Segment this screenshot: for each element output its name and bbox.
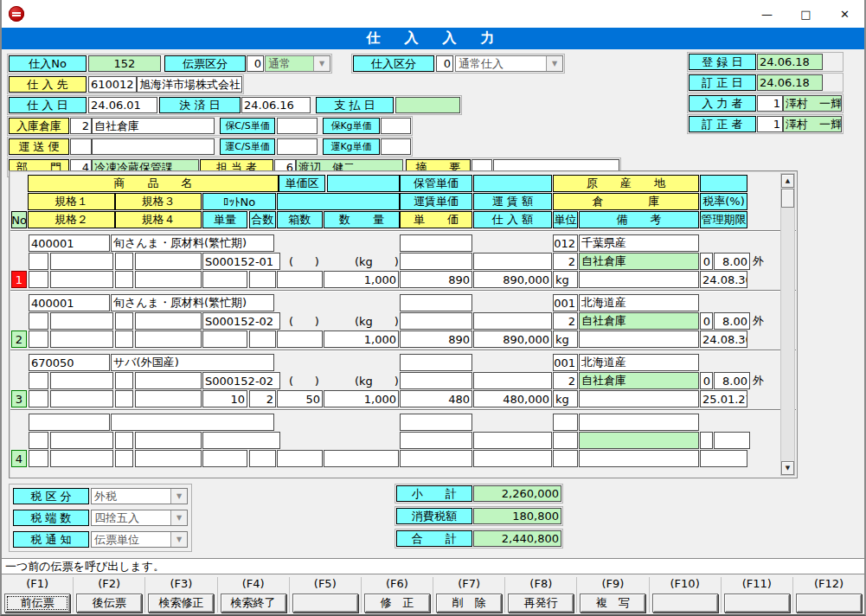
soko-code-field[interactable]: 2: [553, 253, 578, 270]
suryo-field[interactable]: 1,000: [324, 330, 399, 348]
gensanchi-name-field[interactable]: [579, 414, 699, 431]
minimize-button[interactable]: —: [747, 0, 786, 28]
unchin-gaku-field[interactable]: [473, 312, 552, 330]
item-code-field[interactable]: 400001: [29, 294, 110, 311]
tax-tsuchi-select[interactable]: 伝票単位 ▼: [91, 531, 188, 548]
kikaku4-field[interactable]: [115, 450, 133, 467]
kikaku3-field[interactable]: [115, 432, 133, 449]
soko-code-field[interactable]: 2: [553, 372, 578, 389]
kikaku2-field[interactable]: [29, 450, 48, 467]
kikaku2-name-field[interactable]: [50, 330, 113, 348]
nyuko-soko-name-field[interactable]: 自社倉庫: [92, 118, 215, 134]
f12-button[interactable]: [796, 594, 862, 613]
kikaku4-name-field[interactable]: [135, 390, 202, 407]
kanri-kigen-field[interactable]: 24.08.30: [700, 330, 747, 348]
hakosu-field[interactable]: [277, 450, 323, 467]
gensanchi-code-field[interactable]: 0001: [553, 294, 578, 311]
biko-field[interactable]: [579, 390, 699, 407]
item-code-field[interactable]: 400001: [29, 234, 110, 252]
biko-field[interactable]: [579, 271, 699, 288]
unsobin-name-field[interactable]: [92, 138, 215, 155]
gensanchi-code-field[interactable]: 0001: [553, 354, 578, 371]
item-code-field[interactable]: [29, 414, 110, 431]
tanka-field[interactable]: 890: [400, 330, 472, 348]
f2-next-slip-button[interactable]: 後伝票: [76, 594, 142, 613]
f9-copy-button[interactable]: 複 写: [580, 594, 645, 613]
unchin-gaku-field[interactable]: [473, 432, 552, 449]
kikaku2-field[interactable]: [29, 330, 48, 348]
tanryo-field[interactable]: [202, 271, 247, 288]
kikaku3-name-field[interactable]: [135, 312, 202, 330]
un-cs-tanka-field[interactable]: [277, 138, 318, 155]
unchin-tanka-field[interactable]: [400, 372, 472, 389]
tani-field[interactable]: kg: [553, 271, 578, 288]
kikaku1-field[interactable]: [29, 253, 48, 270]
shiire-kubun-select[interactable]: 通常仕入 ▼: [455, 55, 563, 72]
gensanchi-name-field[interactable]: 北海道産: [579, 354, 699, 371]
unchin-gaku-field[interactable]: [473, 372, 552, 389]
lot-no-field[interactable]: S000152-02: [202, 372, 280, 389]
zei-kubun-field[interactable]: 0: [700, 253, 713, 270]
gosu-field[interactable]: 2: [249, 390, 276, 407]
kanri-kigen-field[interactable]: 25.01.27: [700, 390, 747, 407]
chevron-down-icon[interactable]: ▼: [170, 532, 187, 547]
tanka-field[interactable]: 890: [400, 271, 472, 288]
kikaku2-name-field[interactable]: [50, 390, 113, 407]
hakosu-field[interactable]: [277, 271, 323, 288]
tani-field[interactable]: kg: [553, 390, 578, 407]
f3-search-edit-button[interactable]: 検索修正: [148, 594, 214, 613]
tanka-field[interactable]: 480: [400, 390, 472, 407]
zeiritsu-field[interactable]: [714, 432, 750, 449]
kikaku3-name-field[interactable]: [135, 372, 202, 389]
unchin-tanka-field[interactable]: [400, 253, 472, 270]
hokan-tanka-field[interactable]: [400, 234, 472, 252]
zeiritsu-field[interactable]: 8.00: [714, 253, 750, 270]
f7-delete-button[interactable]: 削 除: [436, 594, 502, 613]
ho-kg-tanka-field[interactable]: [381, 118, 411, 134]
zei-kubun-field[interactable]: 0: [700, 312, 713, 330]
kikaku1-name-field[interactable]: [50, 253, 113, 270]
kikaku2-field[interactable]: [29, 271, 48, 288]
soko-code-field[interactable]: [553, 432, 578, 449]
tani-field[interactable]: [553, 450, 578, 467]
kikaku1-name-field[interactable]: [50, 312, 113, 330]
kikaku1-field[interactable]: [29, 312, 48, 330]
f5-button[interactable]: [292, 594, 358, 613]
item-name-field[interactable]: 旬さんま・原材料(繁忙期): [111, 234, 274, 252]
gensanchi-code-field[interactable]: [553, 414, 578, 431]
scroll-up-button[interactable]: ▲: [781, 174, 794, 188]
kikaku1-name-field[interactable]: [50, 432, 113, 449]
denpyo-kubun-code-field[interactable]: 0: [247, 55, 264, 72]
lot-no-field[interactable]: S000152-01: [202, 253, 280, 270]
item-name-field[interactable]: 旬さんま・原材料(繁忙期): [111, 294, 274, 311]
hokan-tanka-field[interactable]: [400, 294, 472, 311]
maximize-button[interactable]: □: [786, 0, 825, 28]
tanryo-field[interactable]: [202, 450, 247, 467]
kikaku3-name-field[interactable]: [135, 253, 202, 270]
kanri-kigen-field[interactable]: [700, 450, 747, 467]
tax-kubun-select[interactable]: 外税 ▼: [91, 488, 188, 504]
denpyo-kubun-select[interactable]: 通常 ▼: [265, 55, 330, 72]
nyuryokusha-code-field[interactable]: 1: [757, 95, 783, 112]
zeiritsu-field[interactable]: 8.00: [714, 312, 750, 330]
teiseisha-code-field[interactable]: 1: [757, 116, 783, 132]
kikaku2-name-field[interactable]: [50, 271, 113, 288]
nyuko-soko-code-field[interactable]: 2: [70, 118, 92, 134]
tanryo-field[interactable]: [202, 330, 247, 348]
kikaku4-name-field[interactable]: [135, 330, 202, 348]
scrollbar-thumb[interactable]: [781, 189, 794, 208]
kikaku3-name-field[interactable]: [135, 432, 202, 449]
f11-button[interactable]: [724, 594, 790, 613]
kikaku3-field[interactable]: [115, 372, 133, 389]
kikaku1-field[interactable]: [29, 432, 48, 449]
chevron-down-icon[interactable]: ▼: [170, 489, 187, 504]
kikaku1-name-field[interactable]: [50, 372, 113, 389]
kikaku4-field[interactable]: [115, 271, 133, 288]
scroll-down-button[interactable]: ▼: [781, 461, 794, 475]
gosu-field[interactable]: [249, 271, 276, 288]
lot-no-field[interactable]: [202, 432, 280, 449]
biko-field[interactable]: [579, 450, 699, 467]
chevron-down-icon[interactable]: ▼: [546, 56, 562, 71]
tanryo-field[interactable]: 10: [202, 390, 247, 407]
f6-modify-button[interactable]: 修 正: [364, 594, 430, 613]
